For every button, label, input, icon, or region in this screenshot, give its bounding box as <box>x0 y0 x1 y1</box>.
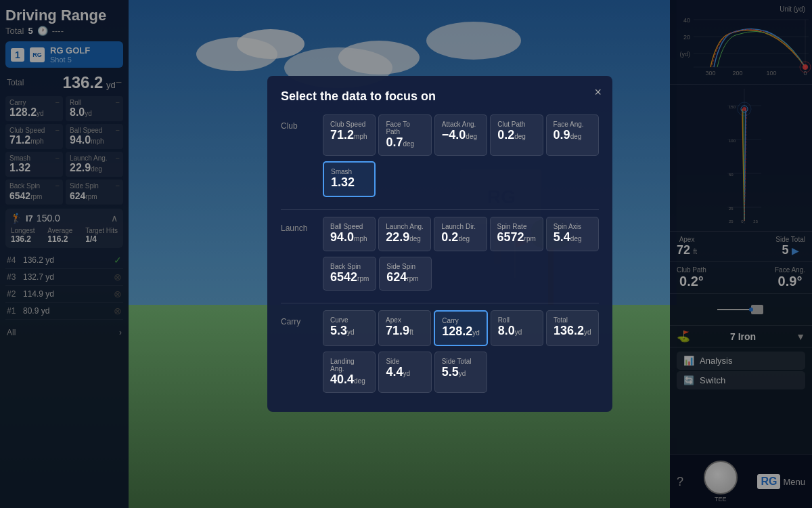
attack-ang-cell[interactable]: Attack Ang. −4.0deg <box>434 114 487 156</box>
spin-rate-cell[interactable]: Spin Rate 6572rpm <box>490 217 543 251</box>
side-spin-modal-cell[interactable]: Side Spin 624rpm <box>379 257 432 291</box>
curve-cell[interactable]: Curve 5.3yd <box>323 310 376 346</box>
side-total-modal-cell[interactable]: Side Total 5.5yd <box>434 352 487 394</box>
modal-title: Select the data to focus on <box>281 89 599 104</box>
carry-section-row: Carry Curve 5.3yd Apex 71.9ft Carry 128.… <box>281 310 599 398</box>
launch-row-1: Ball Speed 94.0mph Launch Ang. 22.9deg L… <box>323 217 599 251</box>
divider-1 <box>281 209 599 210</box>
apex-modal-cell[interactable]: Apex 71.9ft <box>378 310 431 346</box>
carry-row-2: Landing Ang. 40.4deg Side 4.4yd Side Tot… <box>323 352 599 394</box>
launch-ang-modal-cell[interactable]: Launch Ang. 22.9deg <box>378 217 431 251</box>
ball-speed-modal-cell[interactable]: Ball Speed 94.0mph <box>323 217 376 251</box>
roll-modal-cell[interactable]: Roll 8.0yd <box>491 310 543 346</box>
launch-section-row: Launch Ball Speed 94.0mph Launch Ang. 22… <box>281 217 599 296</box>
back-spin-modal-cell[interactable]: Back Spin 6542rpm <box>323 257 376 291</box>
face-to-path-cell[interactable]: Face To Path 0.7deg <box>378 114 431 156</box>
data-selection-modal: Select the data to focus on × Club Club … <box>267 76 612 412</box>
landing-ang-cell[interactable]: Landing Ang. 40.4deg <box>323 352 376 394</box>
modal-close-button[interactable]: × <box>594 85 602 100</box>
launch-dir-cell[interactable]: Launch Dir. 0.2deg <box>434 217 487 251</box>
club-speed-cell[interactable]: Club Speed 71.2mph <box>323 114 376 156</box>
spin-axis-cell[interactable]: Spin Axis 5.4deg <box>546 217 599 251</box>
divider-2 <box>281 303 599 303</box>
face-ang-modal-cell[interactable]: Face Ang. 0.9deg <box>546 114 599 156</box>
launch-section-label: Launch <box>281 217 315 233</box>
carry-section-label: Carry <box>281 310 315 326</box>
total-modal-cell[interactable]: Total 136.2yd <box>546 310 599 346</box>
launch-data-area: Ball Speed 94.0mph Launch Ang. 22.9deg L… <box>323 217 599 296</box>
club-section-label: Club <box>281 114 315 131</box>
carry-modal-cell[interactable]: Carry 128.2yd <box>434 310 488 346</box>
carry-data-area: Curve 5.3yd Apex 71.9ft Carry 128.2yd Ro… <box>323 310 599 398</box>
launch-row-2: Back Spin 6542rpm Side Spin 624rpm <box>323 257 599 291</box>
clut-path-cell[interactable]: Clut Path 0.2deg <box>490 114 543 156</box>
club-row-2: Smash 1.32 <box>323 161 599 197</box>
modal-overlay: Select the data to focus on × Club Club … <box>0 0 812 508</box>
club-row-1: Club Speed 71.2mph Face To Path 0.7deg A… <box>323 114 599 156</box>
club-data-area: Club Speed 71.2mph Face To Path 0.7deg A… <box>323 114 599 203</box>
carry-row-1: Curve 5.3yd Apex 71.9ft Carry 128.2yd Ro… <box>323 310 599 346</box>
smash-modal-cell[interactable]: Smash 1.32 <box>323 161 376 197</box>
club-section-row: Club Club Speed 71.2mph Face To Path 0.7… <box>281 114 599 203</box>
side-cell[interactable]: Side 4.4yd <box>378 352 431 394</box>
